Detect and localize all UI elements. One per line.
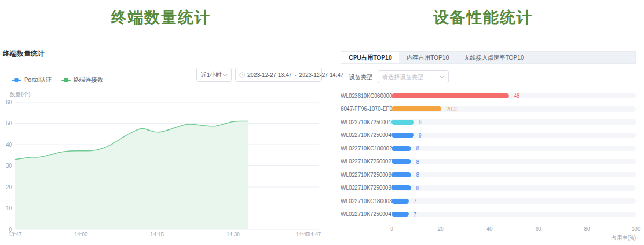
bar-row-3: WL022710K7250004099 <box>341 133 636 138</box>
bar-row-7: WL022710K7250003698 <box>341 185 636 191</box>
bar-fill[interactable] <box>392 106 441 111</box>
x-tick-label: 40 <box>486 226 492 232</box>
legend-item-0[interactable]: Portal认证 <box>12 76 52 84</box>
x-tick-label: 60 <box>535 226 541 232</box>
svg-text:14:30: 14:30 <box>226 232 240 237</box>
chevron-down-icon <box>440 75 444 80</box>
bar-value-label: 48 <box>514 93 519 99</box>
svg-text:14:15: 14:15 <box>150 232 164 237</box>
bar-value-label: 7 <box>414 198 417 204</box>
x-axis-unit: 占用率(%) <box>611 234 636 242</box>
bar-track: 8 <box>392 146 636 151</box>
time-range-value: 近1小时 <box>201 71 222 79</box>
left-panel-heading: 终端数量统计 <box>0 7 322 28</box>
svg-text:40: 40 <box>6 142 12 148</box>
bar-track: 8 <box>392 159 636 164</box>
bar-value-label: 9 <box>419 119 422 125</box>
svg-text:20: 20 <box>6 184 12 190</box>
legend-item-1[interactable]: 终端连接数 <box>61 76 103 84</box>
bar-track: 7 <box>392 212 636 217</box>
bar-row-9: WL022710K7250004707 <box>341 212 636 217</box>
bar-chart-rows: WL023610KC06000043486047-FF96-1070-EF0A2… <box>341 93 636 225</box>
svg-text:14:47: 14:47 <box>308 232 321 237</box>
x-tick-label: 20 <box>437 226 443 232</box>
bar-category-label: WL022710K725000307 <box>341 172 392 178</box>
x-tick-label: 0 <box>390 226 393 232</box>
line-chart-card-title: 终端数量统计 <box>3 49 45 59</box>
bar-value-label: 8 <box>416 158 419 164</box>
bar-category-label: WL022710K725000409 <box>341 132 392 138</box>
device-type-label: 设备类型 <box>349 73 372 81</box>
bar-fill[interactable] <box>392 185 411 190</box>
svg-text:50: 50 <box>6 120 12 126</box>
bar-category-label: 6047-FF96-1070-EF0A <box>341 106 392 112</box>
time-controls: 近1小时 2023-12-27 13:47 - 2023-12-27 14:47 <box>196 68 322 82</box>
bar-track: 9 <box>392 119 636 125</box>
device-type-filter: 设备类型 请选择设备类型 <box>349 70 449 83</box>
bar-fill[interactable] <box>392 199 409 204</box>
svg-text:30: 30 <box>6 163 12 169</box>
line-chart-legend: Portal认证终端连接数 <box>12 76 103 84</box>
bar-fill[interactable] <box>392 120 414 125</box>
bar-category-label: WL022710K725000369 <box>341 185 392 191</box>
bar-row-4: WL022710KC180002808 <box>341 146 636 151</box>
chevron-down-icon <box>223 73 228 77</box>
bar-value-label: 7 <box>414 211 417 217</box>
time-range-select[interactable]: 近1小时 <box>196 68 232 82</box>
right-panel-heading: 设备性能统计 <box>322 7 644 28</box>
legend-label: Portal认证 <box>24 76 52 84</box>
legend-label: 终端连接数 <box>74 76 103 84</box>
date-range-picker[interactable]: 2023-12-27 13:47 - 2023-12-27 14:47 <box>235 68 322 82</box>
tab-1[interactable]: 内存占用TOP10 <box>399 52 457 63</box>
legend-marker-icon <box>12 78 21 82</box>
bar-track: 9 <box>392 133 636 138</box>
dashboard: 终端数量统计 终端数量统计 近1小时 2023-12-27 13:47 - 20… <box>0 0 644 245</box>
bar-row-8: WL022710KC180003727 <box>341 198 636 204</box>
bar-category-label: WL022710K725000470 <box>341 211 392 217</box>
bar-value-label: 8 <box>416 185 419 191</box>
bar-fill[interactable] <box>392 159 411 164</box>
bar-fill[interactable] <box>392 93 509 98</box>
bar-track: 8 <box>392 172 636 177</box>
bar-value-label: 9 <box>419 132 422 138</box>
bar-category-label: WL022710K725000272 <box>341 158 392 164</box>
bar-fill[interactable] <box>392 172 411 177</box>
date-range-separator: - <box>294 71 297 78</box>
bar-track: 8 <box>392 185 636 191</box>
bar-track: 48 <box>392 93 636 98</box>
svg-text:10: 10 <box>6 205 12 211</box>
bar-value-label: 20.3 <box>446 106 456 112</box>
device-performance-panel: 设备性能统计 CPU占用TOP10内存占用TOP10无线接入点速率TOP10 设… <box>322 0 644 245</box>
terminal-count-panel: 终端数量统计 终端数量统计 近1小时 2023-12-27 13:47 - 20… <box>0 0 322 245</box>
device-type-select[interactable]: 请选择设备类型 <box>378 70 449 83</box>
bar-row-0: WL023610KC0600004348 <box>341 93 636 98</box>
bar-row-1: 6047-FF96-1070-EF0A20.3 <box>341 106 636 112</box>
bar-row-5: WL022710K7250002728 <box>341 159 636 164</box>
bar-fill[interactable] <box>392 212 409 217</box>
bar-category-label: WL022710KC18000280 <box>341 146 392 152</box>
bar-track: 20.3 <box>392 106 636 112</box>
bar-category-label: WL022710KC18000372 <box>341 198 392 204</box>
bar-fill[interactable] <box>392 133 414 138</box>
bar-value-label: 8 <box>416 172 419 178</box>
x-tick-label: 100 <box>632 226 641 232</box>
y-axis-name: 数量(个) <box>10 91 31 98</box>
bar-track: 7 <box>392 198 636 204</box>
svg-text:60: 60 <box>6 99 12 105</box>
bar-row-2: WL022710K7250001029 <box>341 119 636 125</box>
svg-text:14:00: 14:00 <box>74 232 87 237</box>
bar-row-6: WL022710K7250003078 <box>341 172 636 177</box>
tab-2[interactable]: 无线接入点速率TOP10 <box>457 52 532 63</box>
bar-category-label: WL023610KC06000043 <box>341 93 392 99</box>
tab-0[interactable]: CPU占用TOP10 <box>341 52 399 63</box>
device-type-placeholder: 请选择设备类型 <box>382 73 423 81</box>
bar-category-label: WL022710K725000102 <box>341 119 392 125</box>
bar-fill[interactable] <box>392 146 411 151</box>
x-tick-label: 80 <box>584 226 590 232</box>
clock-icon <box>239 72 245 78</box>
performance-tabs: CPU占用TOP10内存占用TOP10无线接入点速率TOP10 <box>341 51 636 64</box>
bar-chart-x-axis: 020406080100 <box>392 226 636 233</box>
svg-text:13:47: 13:47 <box>8 232 21 237</box>
date-range-start: 2023-12-27 13:47 <box>247 71 292 78</box>
legend-marker-icon <box>61 78 71 82</box>
